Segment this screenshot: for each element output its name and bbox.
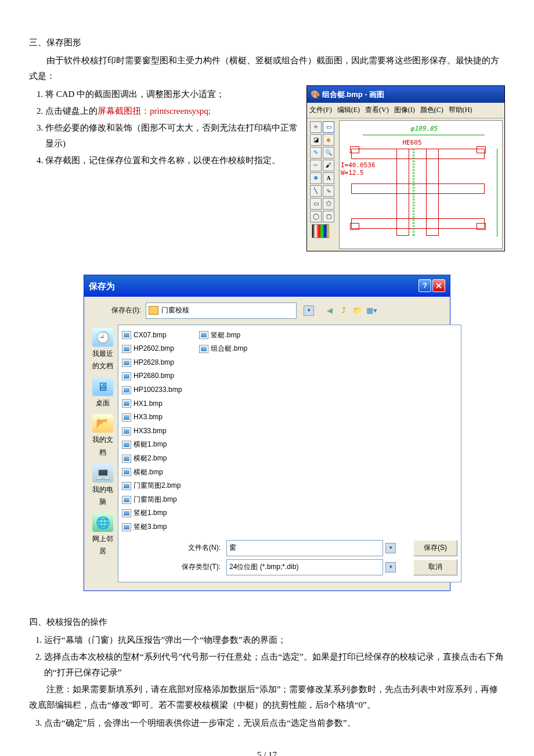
- rect-select-tool[interactable]: ▭: [323, 121, 334, 133]
- ellipse-tool[interactable]: ◯: [310, 211, 322, 222]
- line-tool[interactable]: ╲: [310, 185, 322, 197]
- file-item[interactable]: HX1.bmp: [122, 398, 182, 411]
- help-button[interactable]: ?: [418, 279, 431, 292]
- file-item[interactable]: CX07.bmp: [122, 329, 182, 342]
- section-4-list: 运行“幕墙（门窗）抗风压报告”弹出一个“物理参数”表的界面； 选择点击本次校核的…: [33, 632, 505, 681]
- cancel-button[interactable]: 取消: [413, 559, 457, 575]
- bmp-file-icon: [122, 468, 131, 476]
- bmp-file-icon: [122, 509, 131, 517]
- filetype-label: 保存类型(T):: [176, 561, 221, 574]
- bmp-file-icon: [122, 359, 131, 367]
- paint-titlebar: 🎨 组合梃.bmp - 画图: [307, 86, 504, 103]
- iw-values: I=40.0536W=12.5: [341, 161, 376, 177]
- color-palette-icon[interactable]: [312, 224, 329, 238]
- places-bar: 🕘我最近的文档 🖥桌面 📂我的文档 💻我的电脑 🌐网上邻居: [92, 325, 113, 582]
- freeform-select-tool[interactable]: ✧: [310, 121, 322, 133]
- label-he605: HE605: [340, 137, 485, 149]
- bmp-file-icon: [199, 345, 208, 353]
- file-item[interactable]: HP100233.bmp: [122, 384, 182, 397]
- file-item[interactable]: 组合梃.bmp: [199, 343, 247, 355]
- zoom-tool[interactable]: 🔍: [323, 147, 334, 159]
- menu-edit[interactable]: 编辑(E): [337, 106, 360, 114]
- filename-input[interactable]: 窗: [226, 540, 383, 556]
- bmp-file-icon: [122, 413, 131, 422]
- dimension-right: [489, 149, 497, 237]
- place-mydocs[interactable]: 📂我的文档: [92, 414, 113, 459]
- fill-tool[interactable]: ◆: [323, 134, 334, 146]
- bmp-file-icon: [122, 386, 131, 394]
- back-icon[interactable]: ◀: [324, 305, 335, 316]
- menu-file[interactable]: 文件(F): [309, 106, 332, 114]
- report-step-3: 点击“确定”后，会弹出一个明细表供你进一步审定，无误后点击“选定当前参数”。: [44, 715, 505, 731]
- filename-label: 文件名(N):: [176, 542, 221, 555]
- menu-view[interactable]: 查看(V): [365, 106, 389, 114]
- views-icon[interactable]: ▦▾: [366, 305, 377, 316]
- file-item[interactable]: 横梃2.bmp: [122, 452, 182, 465]
- bmp-file-icon: [122, 523, 131, 531]
- report-step-2: 选择点击本次校核的型材“系列代号”代号那一行任意处；点击“选定”。如果是打印已经…: [44, 649, 505, 681]
- file-item[interactable]: HP2602.bmp: [122, 343, 182, 355]
- paint-window: 🎨 组合梃.bmp - 画图 文件(F) 编辑(E) 查看(V) 图像(I) 颜…: [306, 85, 505, 251]
- rect-tool[interactable]: ▭: [310, 198, 322, 210]
- file-item[interactable]: 竖梃1.bmp: [122, 507, 182, 520]
- report-note: 注意：如果需要新填系列，请在底部对应格添加数据后“添加”；需要修改某系列参数时，…: [29, 682, 505, 713]
- file-item[interactable]: HX3.bmp: [122, 411, 182, 424]
- close-button[interactable]: ✕: [432, 279, 445, 292]
- savein-label: 保存在(I):: [95, 304, 141, 317]
- section-3-title: 三、保存图形: [29, 35, 505, 51]
- place-desktop[interactable]: 🖥桌面: [92, 377, 113, 410]
- dimension-top: φ109.05: [363, 123, 485, 135]
- filetype-dropdown-icon[interactable]: ▾: [385, 562, 396, 573]
- up-icon[interactable]: ⤴: [338, 305, 349, 316]
- folder-icon: [149, 306, 158, 315]
- bmp-file-icon: [122, 345, 131, 353]
- file-item[interactable]: HP2680.bmp: [122, 370, 182, 383]
- save-titlebar: 保存为 ? ✕: [84, 275, 450, 297]
- bmp-file-icon: [122, 482, 131, 490]
- eraser-tool[interactable]: ◪: [310, 134, 322, 146]
- file-item[interactable]: 竖梃.bmp: [199, 329, 247, 342]
- file-item[interactable]: HP2628.bmp: [122, 357, 182, 369]
- file-list-pane[interactable]: CX07.bmpHP2602.bmpHP2628.bmpHP2680.bmpHP…: [118, 325, 461, 582]
- bmp-file-icon: [199, 331, 208, 339]
- file-item[interactable]: 横梃.bmp: [122, 466, 182, 479]
- file-item[interactable]: 门窗简图.bmp: [122, 494, 182, 506]
- bmp-file-icon: [122, 331, 131, 339]
- paint-menubar[interactable]: 文件(F) 编辑(E) 查看(V) 图像(I) 颜色(C) 帮助(H): [307, 103, 504, 118]
- roundrect-tool[interactable]: ▢: [323, 211, 334, 222]
- brush-tool[interactable]: 🖌: [323, 160, 334, 171]
- newfolder-icon[interactable]: 📁: [352, 305, 363, 316]
- place-mycomputer[interactable]: 💻我的电脑: [92, 464, 113, 509]
- bmp-file-icon: [122, 372, 131, 380]
- filename-dropdown-icon[interactable]: ▾: [385, 543, 396, 553]
- menu-image[interactable]: 图像(I): [394, 106, 415, 114]
- savein-dropdown[interactable]: 门窗校核: [146, 303, 297, 319]
- place-network[interactable]: 🌐网上邻居: [92, 513, 113, 558]
- bmp-file-icon: [122, 441, 131, 449]
- section-3-intro: 由于软件校核打印时需要窗型图和主受力构件（横梃、竖梃或组合件）截面图，因此需要将…: [29, 53, 505, 84]
- file-item[interactable]: HX33.bmp: [122, 425, 182, 438]
- pencil-tool[interactable]: ✏: [310, 160, 322, 171]
- place-recent[interactable]: 🕘我最近的文档: [92, 328, 113, 373]
- bmp-file-icon: [122, 399, 131, 408]
- save-as-dialog: 保存为 ? ✕ 保存在(I): 门窗校核 ▾ ◀ ⤴ 📁 ▦▾ 🕘我最近的文档 …: [84, 275, 450, 591]
- menu-color[interactable]: 颜色(C): [420, 106, 443, 114]
- paint-canvas[interactable]: φ109.05 HE605 I=40.0536W=12.5: [339, 120, 503, 249]
- paint-toolbox[interactable]: ✧▭ ◪◆ ✎🔍 ✏🖌 ❅A ╲∿ ▭⬠ ◯▢: [307, 118, 337, 251]
- poly-tool[interactable]: ⬠: [323, 198, 334, 210]
- file-item[interactable]: 竖梃3.bmp: [122, 521, 182, 534]
- bmp-file-icon: [122, 427, 131, 435]
- bmp-file-icon: [122, 496, 131, 504]
- curve-tool[interactable]: ∿: [323, 185, 334, 197]
- file-item[interactable]: 横梃1.bmp: [122, 438, 182, 451]
- file-item[interactable]: 门窗简图2.bmp: [122, 480, 182, 492]
- menu-help[interactable]: 帮助(H): [449, 106, 472, 114]
- picker-tool[interactable]: ✎: [310, 147, 322, 159]
- filetype-select[interactable]: 24位位图 (*.bmp;*.dib): [226, 559, 383, 575]
- dropdown-arrow-icon[interactable]: ▾: [304, 305, 314, 316]
- spray-tool[interactable]: ❅: [310, 172, 322, 184]
- text-tool[interactable]: A: [323, 172, 334, 184]
- bmp-file-icon: [122, 455, 131, 463]
- page-number: 5 / 17: [29, 747, 505, 756]
- save-button[interactable]: 保存(S): [413, 540, 457, 556]
